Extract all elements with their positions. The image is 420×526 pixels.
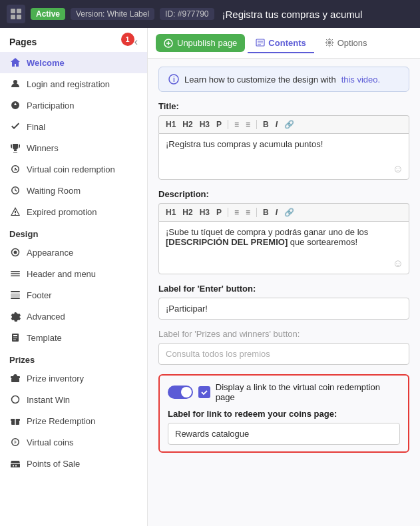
sidebar-item-label: Expired promotion [27, 207, 97, 217]
design-section-title: Design [0, 222, 147, 242]
svg-rect-8 [11, 273, 20, 274]
sidebar-item-prize-inventory[interactable]: Prize inventory [0, 368, 147, 389]
trophy-icon [9, 142, 21, 154]
title-editor[interactable]: ¡Registra tus compras y acumula puntos! … [158, 133, 409, 180]
store-icon [9, 457, 21, 469]
toolbar-h1[interactable]: H1 [163, 119, 178, 131]
sidebar-item-virtual-coin[interactable]: Virtual coin redemption [0, 158, 147, 180]
sidebar-item-label: Footer [27, 290, 52, 300]
svg-rect-10 [11, 291, 20, 292]
title-emoji-button[interactable]: ☺ [393, 163, 403, 175]
toolbar-h3[interactable]: H3 [197, 119, 212, 131]
desc-toolbar-h1[interactable]: H1 [163, 206, 178, 218]
sidebar-item-label: Winners [27, 143, 59, 153]
desc-toolbar-list-ol[interactable]: ≡ [243, 206, 253, 218]
sidebar-item-prize-redemption[interactable]: Prize Redemption [0, 410, 147, 431]
page-title: ¡Registra tus compras y acumul [222, 9, 363, 20]
sidebar-item-expired[interactable]: Expired promotion [0, 201, 147, 222]
sidebar-item-advanced[interactable]: Advanced [0, 306, 147, 327]
toolbar-h2[interactable]: H2 [180, 119, 195, 131]
toolbar-italic[interactable]: I [273, 119, 280, 131]
toggle-row: Display a link to the virtual coin redem… [168, 382, 400, 402]
toolbar-list-ol[interactable]: ≡ [243, 119, 253, 131]
sidebar-item-final[interactable]: Final [0, 116, 147, 137]
desc-toolbar-link[interactable]: 🔗 [282, 206, 297, 218]
prizes-button-section: Label for 'Prizes and winners' button: [158, 329, 409, 365]
desc-toolbar-p[interactable]: P [214, 206, 224, 218]
info-link[interactable]: this video. [341, 75, 381, 85]
virtual-coins-icon [9, 436, 21, 448]
id-badge: ID: #977790 [160, 8, 214, 20]
toolbar-list-ul[interactable]: ≡ [232, 119, 242, 131]
desc-toolbar-h2[interactable]: H2 [180, 206, 195, 218]
content-tabs-bar: Unpublish page Contents Options [148, 28, 420, 59]
sidebar-item-label: Virtual coins [27, 437, 74, 447]
sidebar-item-points-of-sale[interactable]: Points of Sale [0, 453, 147, 474]
sidebar-item-winners[interactable]: Winners [0, 137, 147, 158]
toggle-switch[interactable] [168, 386, 193, 399]
toolbar-link[interactable]: 🔗 [282, 119, 297, 131]
enter-button-section: Label for 'Enter' button: [158, 284, 409, 320]
sidebar-item-login[interactable]: Login and registration [0, 73, 147, 95]
sidebar-item-appearance[interactable]: Appearance [0, 242, 147, 263]
info-text: Learn how to customize the design with [184, 75, 336, 85]
prizes-button-input[interactable] [158, 343, 409, 365]
prizes-button-label: Label for 'Prizes and winners' button: [158, 329, 409, 339]
circle-icon [9, 394, 21, 405]
sidebar-item-welcome[interactable]: Welcome [0, 52, 147, 73]
description-editor[interactable]: ¡Sube tu tíquet de compra y podrás ganar… [158, 221, 409, 274]
enter-button-label: Label for 'Enter' button: [158, 284, 409, 294]
sidebar-collapse-button[interactable]: ‹ [134, 36, 138, 48]
toolbar-p[interactable]: P [214, 119, 224, 131]
desc-toolbar-bold[interactable]: B [260, 206, 272, 218]
checkmark-icon [9, 121, 21, 132]
sidebar-item-waiting-room[interactable]: Waiting Room [0, 180, 147, 201]
svg-rect-0 [11, 9, 15, 13]
desc-toolbar-h3[interactable]: H3 [197, 206, 212, 218]
title-label: Title: [158, 101, 409, 111]
tab-options[interactable]: Options [317, 34, 375, 53]
toggle-label: Display a link to the virtual coin redem… [216, 382, 400, 402]
sidebar-item-participation[interactable]: Participation [0, 95, 147, 116]
version-badge: Version: White Label [71, 8, 154, 20]
sidebar-item-label: Points of Sale [27, 459, 80, 469]
sidebar-item-label: Waiting Room [27, 186, 81, 196]
sidebar-item-template[interactable]: Template [0, 327, 147, 348]
gift-icon [9, 372, 21, 384]
pages-section-title: Pages [9, 37, 37, 47]
sidebar: Pages 1 ‹ Welcome Login and registration [0, 28, 148, 526]
sidebar-item-virtual-coins[interactable]: Virtual coins [0, 431, 147, 453]
title-toolbar: H1 H2 H3 P ≡ ≡ B I 🔗 [158, 115, 409, 133]
appearance-icon [9, 246, 21, 258]
unpublish-button[interactable]: Unpublish page [156, 34, 245, 52]
enter-button-input[interactable] [158, 298, 409, 320]
svg-rect-7 [11, 271, 20, 272]
sidebar-item-label: Instant Win [27, 395, 70, 405]
sidebar-item-footer[interactable]: Footer [0, 284, 147, 306]
template-icon [9, 332, 21, 344]
gear-icon [9, 310, 21, 322]
toolbar-bold[interactable]: B [260, 119, 272, 131]
footer-icon [9, 289, 21, 301]
prize-redemption-icon [9, 415, 21, 427]
desc-toolbar-italic[interactable]: I [273, 206, 280, 218]
sidebar-item-label: Prize Redemption [27, 416, 95, 426]
description-emoji-button[interactable]: ☺ [393, 258, 403, 270]
app-icon[interactable] [7, 5, 25, 23]
content-body: i Learn how to customize the design with… [148, 59, 420, 526]
tab-contents[interactable]: Contents [248, 34, 314, 53]
toggle-check [198, 386, 210, 398]
sidebar-item-instant-win[interactable]: Instant Win [0, 389, 147, 410]
redeem-input[interactable] [168, 423, 400, 445]
title-content: ¡Registra tus compras y acumula puntos! [166, 139, 323, 149]
desc-toolbar-list-ul[interactable]: ≡ [232, 206, 242, 218]
toggle-section: Display a link to the virtual coin redem… [158, 374, 409, 453]
description-toolbar: H1 H2 H3 P ≡ ≡ B I 🔗 [158, 203, 409, 221]
sidebar-item-label: Participation [27, 101, 75, 111]
participation-icon [9, 99, 21, 111]
svg-text:i: i [173, 76, 175, 83]
sidebar-item-header-menu[interactable]: Header and menu [0, 263, 147, 284]
sidebar-item-label: Login and registration [27, 79, 110, 89]
home-icon [9, 57, 21, 69]
svg-rect-2 [11, 15, 15, 19]
